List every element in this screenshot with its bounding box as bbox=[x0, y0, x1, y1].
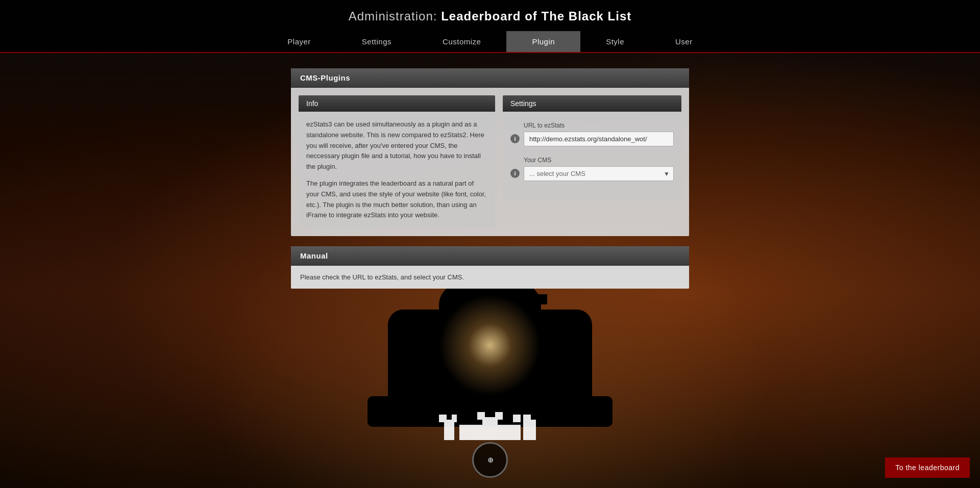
svg-rect-6 bbox=[523, 420, 536, 440]
svg-rect-8 bbox=[477, 412, 485, 420]
cms-label: Your CMS bbox=[524, 157, 674, 164]
cms-field-content: Your CMS ... select your CMS WordPress J… bbox=[524, 157, 674, 181]
svg-rect-4 bbox=[513, 415, 521, 422]
nav-settings[interactable]: Settings bbox=[336, 31, 417, 52]
title-prefix: Administration: bbox=[349, 9, 437, 23]
svg-rect-3 bbox=[459, 425, 521, 440]
url-input[interactable] bbox=[524, 132, 674, 146]
svg-rect-0 bbox=[444, 420, 454, 440]
settings-panel-body: i URL to ezStats i Your CMS bbox=[503, 112, 681, 201]
svg-rect-2 bbox=[452, 415, 457, 422]
title-main: Leaderboard of The Black List bbox=[441, 9, 631, 23]
info-panel-title: Info bbox=[299, 95, 495, 112]
site-header: Administration: Leaderboard of The Black… bbox=[0, 0, 980, 53]
nav-style[interactable]: Style bbox=[580, 31, 650, 52]
manual-body: Please check the URL to ezStats, and sel… bbox=[291, 266, 689, 289]
url-field-group: i URL to ezStats bbox=[510, 122, 674, 146]
nav-player[interactable]: Player bbox=[262, 31, 336, 52]
leaderboard-button[interactable]: To the leaderboard bbox=[885, 457, 970, 478]
info-panel: Info ezStats3 can be used simultaneously… bbox=[299, 95, 495, 228]
nav-user[interactable]: User bbox=[650, 31, 718, 52]
fortress-decoration bbox=[439, 409, 541, 442]
cms-plugins-body: Info ezStats3 can be used simultaneously… bbox=[291, 88, 689, 236]
info-paragraph-2: The plugin integrates the leaderboard as… bbox=[306, 178, 487, 221]
main-nav: Player Settings Customize Plugin Style U… bbox=[0, 31, 980, 52]
settings-panel-title: Settings bbox=[503, 95, 681, 112]
cms-field-group: i Your CMS ... select your CMS WordPress… bbox=[510, 157, 674, 181]
svg-rect-9 bbox=[495, 412, 503, 420]
wot-logo: ⊕ bbox=[472, 442, 508, 478]
manual-title: Manual bbox=[291, 246, 689, 266]
settings-panel: Settings i URL to ezStats i bbox=[503, 95, 681, 228]
url-label: URL to ezStats bbox=[524, 122, 674, 129]
info-paragraph-1: ezStats3 can be used simultaneously as a… bbox=[306, 119, 487, 172]
nav-customize[interactable]: Customize bbox=[417, 31, 506, 52]
cms-plugins-section: CMS-Plugins Info ezStats3 can be used si… bbox=[291, 68, 689, 236]
main-content: CMS-Plugins Info ezStats3 can be used si… bbox=[281, 68, 699, 289]
cms-select-wrapper: ... select your CMS WordPress Joomla Dru… bbox=[524, 166, 674, 181]
nav-plugin[interactable]: Plugin bbox=[506, 31, 580, 52]
info-panel-body: ezStats3 can be used simultaneously as a… bbox=[299, 112, 495, 228]
svg-rect-1 bbox=[439, 415, 447, 422]
page-title: Administration: Leaderboard of The Black… bbox=[0, 9, 980, 23]
cms-plugins-title: CMS-Plugins bbox=[291, 68, 689, 88]
url-info-icon[interactable]: i bbox=[510, 134, 520, 143]
url-field-content: URL to ezStats bbox=[524, 122, 674, 146]
cms-info-icon[interactable]: i bbox=[510, 169, 520, 178]
light-glow bbox=[439, 294, 541, 396]
manual-section: Manual Please check the URL to ezStats, … bbox=[291, 246, 689, 289]
cms-select[interactable]: ... select your CMS WordPress Joomla Dru… bbox=[524, 166, 674, 181]
